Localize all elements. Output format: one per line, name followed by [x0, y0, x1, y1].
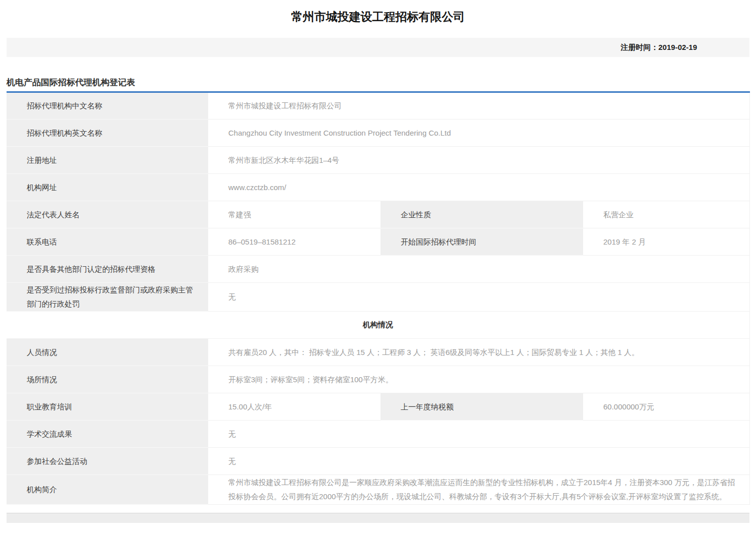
field-value: 开标室3间；评标室5间；资料存储室100平方米。 — [208, 366, 749, 393]
register-time-value: 2019-02-19 — [658, 43, 697, 51]
field-label: 场所情况 — [7, 366, 208, 393]
table-row: 是否具备其他部门认定的招标代理资格 政府采购 — [7, 256, 749, 283]
field-value: 私营企业 — [583, 201, 749, 228]
table-row: 参加社会公益活动 无 — [7, 448, 749, 475]
table-row: 招标代理机构中文名称 常州市城投建设工程招标有限公司 — [7, 92, 749, 120]
field-value: 2019 年 2 月 — [583, 228, 749, 256]
field-label: 上一年度纳税额 — [381, 393, 583, 421]
field-label: 招标代理机构中文名称 — [7, 92, 208, 120]
field-value: 60.000000万元 — [583, 393, 749, 421]
field-label: 学术交流成果 — [7, 421, 208, 448]
field-value: 无 — [208, 448, 749, 475]
field-label: 机构简介 — [7, 475, 208, 505]
field-value: 无 — [208, 421, 749, 448]
page-title: 常州市城投建设工程招标有限公司 — [7, 0, 749, 24]
registration-table: 招标代理机构中文名称 常州市城投建设工程招标有限公司 招标代理机构英文名称 Ch… — [7, 91, 750, 505]
table-row: 职业教育培训 15.00人次/年 上一年度纳税额 60.000000万元 — [7, 393, 749, 421]
field-value: 常建强 — [208, 201, 381, 228]
field-value: 15.00人次/年 — [208, 393, 381, 421]
field-label: 职业教育培训 — [7, 393, 208, 421]
table-row: 联系电话 86–0519–81581212 开始国际招标代理时间 2019 年 … — [7, 228, 749, 256]
field-label: 开始国际招标代理时间 — [381, 228, 583, 256]
field-label: 法定代表人姓名 — [7, 201, 208, 228]
field-label: 是否具备其他部门认定的招标代理资格 — [7, 256, 208, 283]
table-row: 场所情况 开标室3间；评标室5间；资料存储室100平方米。 — [7, 366, 749, 393]
table-row: 机构网址 www.czctzb.com/ — [7, 174, 749, 201]
field-value-website: www.czctzb.com/ — [208, 174, 749, 201]
table-row: 招标代理机构英文名称 Changzhou City Investment Con… — [7, 120, 749, 147]
field-label: 机构网址 — [7, 174, 208, 201]
field-label: 是否受到过招标投标行政监督部门或政府采购主管部门的行政处罚 — [7, 283, 208, 312]
page-container: 常州市城投建设工程招标有限公司 注册时间：2019-02-19 机电产品国际招标… — [0, 0, 756, 523]
field-value: 86–0519–81581212 — [208, 228, 381, 256]
field-label: 注册地址 — [7, 147, 208, 174]
field-label: 人员情况 — [7, 339, 208, 366]
register-time-label: 注册时间： — [620, 43, 658, 51]
field-label: 参加社会公益活动 — [7, 448, 208, 475]
table-row: 机构简介 常州市城投建设工程招标有限公司是一家顺应政府采购改革潮流应运而生的新型… — [7, 475, 749, 505]
field-value: 常州市城投建设工程招标有限公司 — [208, 92, 749, 120]
field-value: 共有雇员20 人，其中： 招标专业人员 15 人；工程师 3 人； 英语6级及同… — [208, 339, 749, 366]
field-label: 企业性质 — [381, 201, 583, 228]
table-row: 注册地址 常州市新北区水木年华花园1–4号 — [7, 147, 749, 174]
field-value: 常州市新北区水木年华花园1–4号 — [208, 147, 749, 174]
bottom-section-bar — [7, 513, 749, 523]
form-title: 机电产品国际招标代理机构登记表 — [7, 78, 749, 87]
field-label: 联系电话 — [7, 228, 208, 256]
table-row: 学术交流成果 无 — [7, 421, 749, 448]
register-time-bar: 注册时间：2019-02-19 — [7, 38, 749, 57]
field-value: Changzhou City Investment Construction P… — [208, 120, 749, 147]
field-value-intro: 常州市城投建设工程招标有限公司是一家顺应政府采购改革潮流应运而生的新型的专业性招… — [208, 475, 749, 505]
table-row: 法定代表人姓名 常建强 企业性质 私营企业 — [7, 201, 749, 228]
table-row: 人员情况 共有雇员20 人，其中： 招标专业人员 15 人；工程师 3 人； 英… — [7, 339, 749, 366]
field-value: 政府采购 — [208, 256, 749, 283]
table-section-row: 机构情况 — [7, 312, 749, 339]
field-value: 无 — [208, 283, 749, 312]
field-label: 招标代理机构英文名称 — [7, 120, 208, 147]
table-row: 是否受到过招标投标行政监督部门或政府采购主管部门的行政处罚 无 — [7, 283, 749, 312]
table-section-header: 机构情况 — [7, 312, 749, 339]
